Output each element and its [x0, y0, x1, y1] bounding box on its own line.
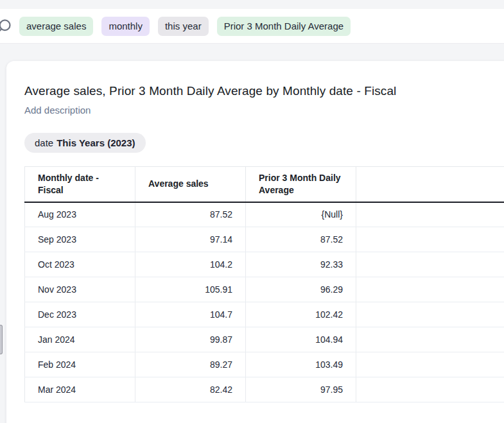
table-row: Dec 2023 104.7 102.42 — [25, 302, 504, 327]
cell-date: Aug 2023 — [25, 202, 135, 227]
page-title: Average sales, Prior 3 Month Daily Avera… — [24, 84, 504, 98]
cell-date: Oct 2023 — [25, 252, 135, 277]
search-token-list: average sales monthly this year Prior 3 … — [19, 17, 351, 36]
add-description-link[interactable]: Add description — [24, 105, 91, 116]
cell-date: Mar 2024 — [25, 377, 135, 402]
table-row: Jan 2024 99.87 104.94 — [25, 327, 504, 352]
cell-prior-average: 104.94 — [246, 327, 356, 352]
scrollbar-thumb[interactable] — [0, 325, 3, 354]
table-row: Nov 2023 105.91 96.29 — [25, 277, 504, 302]
cell-average-sales: 97.14 — [135, 227, 246, 252]
column-header-empty — [356, 167, 504, 202]
cell-prior-average: 92.33 — [246, 252, 356, 277]
search-icon — [0, 18, 13, 35]
cell-average-sales: 89.27 — [135, 352, 246, 377]
cell-prior-average: 87.52 — [246, 227, 356, 252]
filter-value-label: This Years (2023) — [56, 137, 135, 148]
cell-date: Nov 2023 — [25, 277, 135, 302]
table-row: Aug 2023 87.52 {Null} — [25, 202, 504, 227]
search-token-average-sales[interactable]: average sales — [19, 17, 93, 36]
search-bar[interactable]: average sales monthly this year Prior 3 … — [0, 9, 504, 44]
column-header-monthly-date-fiscal[interactable]: Monthly date - Fiscal — [25, 167, 135, 202]
cell-prior-average: 96.29 — [246, 277, 356, 302]
results-table: Monthly date - Fiscal Average sales Prio… — [24, 166, 504, 402]
cell-empty — [356, 352, 504, 377]
search-token-this-year[interactable]: this year — [158, 17, 209, 36]
cell-date: Feb 2024 — [25, 352, 135, 377]
cell-empty — [356, 227, 504, 252]
filter-field-label: date — [35, 137, 53, 148]
table-row: Sep 2023 97.14 87.52 — [25, 227, 504, 252]
results-table-container: Monthly date - Fiscal Average sales Prio… — [24, 166, 504, 402]
cell-average-sales: 104.7 — [135, 302, 246, 327]
cell-empty — [356, 277, 504, 302]
cell-date: Sep 2023 — [25, 227, 135, 252]
cell-empty — [356, 377, 504, 402]
search-token-monthly[interactable]: monthly — [101, 17, 150, 36]
search-token-prior-3-month-daily-average[interactable]: Prior 3 Month Daily Average — [217, 17, 351, 36]
cell-average-sales: 87.52 — [135, 202, 246, 227]
table-row: Feb 2024 89.27 103.49 — [25, 352, 504, 377]
date-filter-pill[interactable]: date This Years (2023) — [24, 133, 146, 153]
column-header-prior-3-month-daily-average[interactable]: Prior 3 Month Daily Average — [246, 167, 356, 202]
header-row: Monthly date - Fiscal Average sales Prio… — [25, 167, 504, 202]
question-card: Average sales, Prior 3 Month Daily Avera… — [6, 61, 504, 423]
column-header-average-sales[interactable]: Average sales — [135, 167, 246, 202]
cell-average-sales: 99.87 — [135, 327, 246, 352]
cell-average-sales: 105.91 — [135, 277, 246, 302]
cell-date: Dec 2023 — [25, 302, 135, 327]
table-row: Oct 2023 104.2 92.33 — [25, 252, 504, 277]
cell-empty — [356, 327, 504, 352]
cell-average-sales: 82.42 — [135, 377, 246, 402]
cell-date: Jan 2024 — [25, 327, 135, 352]
cell-prior-average: 103.49 — [246, 352, 356, 377]
cell-average-sales: 104.2 — [135, 252, 246, 277]
cell-prior-average: {Null} — [246, 202, 356, 227]
table-row: Mar 2024 82.42 97.95 — [25, 377, 504, 402]
cell-prior-average: 102.42 — [246, 302, 356, 327]
cell-empty — [356, 302, 504, 327]
cell-empty — [356, 252, 504, 277]
cell-prior-average: 97.95 — [246, 377, 356, 402]
cell-empty — [356, 202, 504, 227]
